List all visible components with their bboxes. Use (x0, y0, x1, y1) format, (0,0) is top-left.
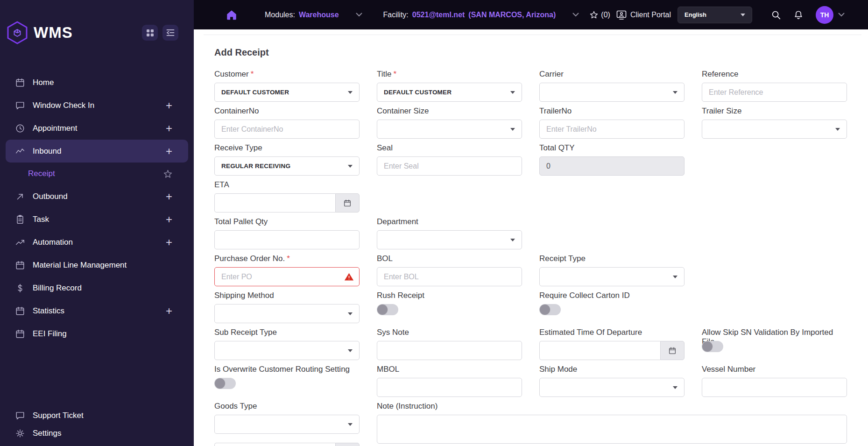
chevron-down-icon (348, 91, 353, 94)
modules-selector[interactable]: Modules: Warehouse (265, 11, 362, 19)
expand-plus-icon[interactable]: + (166, 237, 172, 248)
reference-input[interactable] (702, 83, 847, 102)
vessel-number-input[interactable] (702, 378, 847, 397)
goods-type-select[interactable] (214, 415, 360, 434)
sidebar-item-home[interactable]: Home (6, 71, 188, 94)
field-label: Vessel Number (702, 365, 847, 374)
sub-receipt-type-select[interactable] (214, 341, 360, 360)
department-select[interactable] (377, 230, 522, 249)
notifications-button[interactable] (793, 10, 804, 20)
home-button[interactable] (226, 9, 238, 21)
cutoff-date-input[interactable] (214, 443, 335, 446)
trailerno-input[interactable] (539, 120, 685, 139)
allow-skip-sn-validation-toggle[interactable] (702, 341, 723, 352)
sidebar-item-outbound[interactable]: Outbound + (6, 185, 188, 208)
field-containerno: ContainerNo (214, 106, 360, 139)
sidebar-item-material-line-management[interactable]: Material Line Management (6, 254, 188, 276)
etd-date-input[interactable] (539, 341, 660, 360)
language-select[interactable]: English (677, 7, 752, 23)
total-pallet-qty-input[interactable] (214, 230, 360, 249)
chevron-down-icon (510, 128, 515, 131)
field-label: Sys Note (377, 328, 522, 337)
eta-date-input[interactable] (214, 193, 335, 212)
expand-plus-icon[interactable]: + (166, 123, 172, 134)
topbar: Modules: Warehouse Facility: 0521@teml.n… (194, 0, 868, 29)
overwrite-customer-routing-toggle[interactable] (214, 378, 236, 389)
chevron-down-icon (510, 91, 515, 94)
field-trailer-size: Trailer Size (702, 106, 847, 139)
field-label: Total Pallet Qty (214, 217, 360, 227)
sidebar-item-label: Outbound (33, 192, 68, 201)
container-size-select[interactable] (377, 120, 522, 139)
sidebar-item-appointment[interactable]: Appointment + (6, 117, 188, 140)
user-avatar[interactable]: TH (816, 6, 833, 24)
note-textarea[interactable] (377, 415, 847, 444)
expand-plus-icon[interactable]: + (166, 305, 172, 317)
customer-select[interactable]: DEFAULT CUSTOMER (214, 83, 360, 102)
containerno-input[interactable] (214, 120, 360, 139)
rush-receipt-toggle[interactable] (377, 304, 398, 315)
cutoff-calendar-button[interactable] (335, 443, 360, 446)
collapse-sidebar-button[interactable] (162, 25, 178, 41)
field-estimated-time-of-departure: Estimated Time Of Departure (539, 328, 685, 360)
facility-location: (SAN MARCOS, Arizona) (468, 11, 556, 19)
trending-arrow-icon (15, 237, 25, 248)
seal-input[interactable] (377, 156, 522, 176)
field-ship-mode: Ship Mode (539, 365, 685, 397)
favorites-button[interactable]: (0) (589, 10, 610, 20)
client-portal-button[interactable]: Client Portal (616, 10, 671, 20)
purchase-order-input[interactable] (214, 267, 360, 286)
eta-calendar-button[interactable] (335, 193, 360, 212)
apps-grid-button[interactable] (142, 25, 158, 41)
sidebar-item-inbound[interactable]: Inbound + (6, 140, 188, 163)
title-select[interactable]: DEFAULT CUSTOMER (377, 83, 522, 102)
field-label: Receive Type (214, 143, 360, 153)
toggle-knob (702, 341, 713, 352)
expand-plus-icon[interactable]: + (166, 214, 172, 225)
mbol-input[interactable] (377, 378, 522, 397)
sidebar-item-support-ticket[interactable]: Support Ticket (6, 407, 188, 425)
sidebar-item-label: EEI Filing (33, 329, 67, 339)
sidebar-item-statistics[interactable]: Statistics + (6, 299, 188, 322)
search-button[interactable] (771, 10, 781, 20)
facility-selector[interactable]: Facility: 0521@teml.net (SAN MARCOS, Ari… (383, 11, 579, 19)
field-label: Shipping Method (214, 291, 360, 300)
expand-plus-icon[interactable]: + (166, 146, 172, 157)
trailer-size-select[interactable] (702, 120, 847, 139)
chevron-down-icon (348, 312, 353, 315)
clipboard-icon (15, 214, 25, 225)
sidebar-item-label: Receipt (28, 169, 55, 178)
sidebar-item-settings[interactable]: Settings (6, 425, 188, 442)
receipt-type-select[interactable] (539, 267, 685, 286)
ship-mode-select[interactable] (539, 378, 685, 397)
sidebar-item-window-check-in[interactable]: Window Check In + (6, 94, 188, 117)
field-cutoff-date (214, 443, 360, 446)
sidebar-item-receipt[interactable]: Receipt (6, 163, 188, 185)
chevron-down-icon[interactable] (838, 13, 845, 17)
field-label: ETA (214, 180, 360, 190)
field-trailerno: TrailerNo (539, 106, 685, 139)
receive-type-select[interactable]: REGULAR RECEIVING (214, 156, 360, 176)
sidebar-item-billing-record[interactable]: Billing Record (6, 276, 188, 299)
sidebar-item-task[interactable]: Task + (6, 208, 188, 231)
chevron-down-icon (673, 386, 677, 389)
field-label: Purchase Order No.* (214, 254, 360, 263)
sidebar-item-eei-filing[interactable]: EEI Filing (6, 322, 188, 345)
expand-plus-icon[interactable]: + (166, 191, 172, 202)
shipping-method-select[interactable] (214, 304, 360, 323)
carrier-select[interactable] (539, 83, 685, 102)
field-label: Sub Receipt Type (214, 328, 360, 337)
sidebar-item-automation[interactable]: Automation + (6, 231, 188, 254)
toggle-knob (215, 378, 225, 389)
field-note-instruction: Note (Instruction) (377, 402, 847, 446)
favorite-star-icon[interactable] (163, 170, 172, 178)
sys-note-input[interactable] (377, 341, 522, 360)
etd-calendar-button[interactable] (660, 341, 685, 360)
bol-input[interactable] (377, 267, 522, 286)
require-collect-carton-id-toggle[interactable] (539, 304, 561, 315)
expand-plus-icon[interactable]: + (166, 100, 172, 111)
chevron-down-icon (835, 128, 840, 131)
field-customer: Customer* DEFAULT CUSTOMER (214, 70, 360, 102)
field-receipt-type: Receipt Type (539, 254, 685, 286)
bell-icon (793, 10, 804, 20)
